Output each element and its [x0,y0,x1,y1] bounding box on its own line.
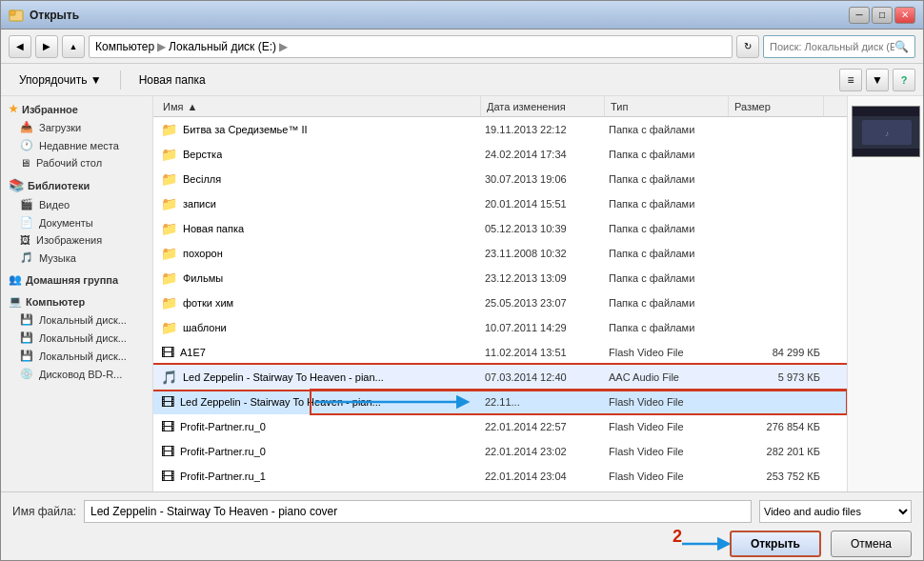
file-date-cell: 19.11.2013 22:12 [481,124,605,135]
file-type-cell: Flash Video File [605,471,729,482]
sidebar-homegroup-header[interactable]: 👥 Домашняя группа [1,270,152,289]
column-header-date[interactable]: Дата изменения [481,96,605,116]
search-box[interactable]: 🔍 [763,35,915,58]
table-row[interactable]: 📁 похорон 23.11.2008 10:32 Папка с файла… [153,241,847,266]
file-date-cell: 20.01.2014 15:51 [481,198,605,210]
sidebar-computer: 💻 Компьютер 💾 Локальный диск... 💾 Локаль… [1,292,152,383]
harddisk-icon3: 💾 [20,350,33,362]
folder-icon: 📁 [161,171,177,187]
sidebar-item-drive-e[interactable]: 💾 Локальный диск... [1,347,152,365]
file-date-cell: 11.02.2014 13:51 [481,347,605,358]
sidebar-item-video[interactable]: 🎬 Видео [1,195,152,213]
sidebar: ★ Избранное 📥 Загрузки 🕐 Недавние места … [1,96,153,491]
sidebar-item-downloads[interactable]: 📥 Загрузки [1,118,152,136]
sidebar-item-desktop[interactable]: 🖥 Рабочий стол [1,154,152,171]
file-type-cell: Папка с файлами [605,223,729,234]
minimize-button[interactable]: ─ [849,7,870,24]
back-button[interactable]: ◀ [9,35,31,58]
new-folder-button[interactable]: Новая папка [129,68,216,92]
file-size-cell: 276 854 КБ [729,421,824,432]
column-header-name[interactable]: Имя ▲ [157,96,481,116]
folder-icon: 📁 [161,270,177,286]
table-row[interactable]: 🎥 Stairs 11.01.2013 13:03 Windows Media … [153,489,847,491]
file-type-cell: Папка с файлами [605,248,729,259]
column-header-type[interactable]: Тип [605,96,729,116]
table-row[interactable]: 📁 фотки хим 25.05.2013 23:07 Папка с фай… [153,291,847,315]
sidebar-item-drive-d[interactable]: 💾 Локальный диск... [1,329,152,347]
folder-icon: 📁 [161,221,177,236]
sidebar-item-music[interactable]: 🎵 Музыка [1,249,152,267]
file-name-cell: 🎞 A1E7 [157,345,481,360]
file-type-cell: Папка с файлами [605,272,729,284]
table-row[interactable]: 🎞 A1E7 11.02.2014 13:51 Flash Video File… [153,340,847,365]
file-date-cell: 07.03.2014 12:40 [481,371,605,383]
sidebar-item-recent[interactable]: 🕐 Недавние места [1,136,152,154]
table-row[interactable]: 📁 шаблони 10.07.2011 14:29 Папка с файла… [153,315,847,340]
file-date-cell: 24.02.2014 17:34 [481,149,605,160]
forward-button[interactable]: ▶ [35,35,58,58]
file-type-cell: Flash Video File [605,396,729,408]
search-input[interactable] [770,41,894,52]
right-panel: ♪ [847,96,923,491]
filename-input[interactable] [84,500,752,523]
sidebar-favorites-header[interactable]: ★ Избранное [1,100,152,118]
images-icon: 🖼 [20,234,30,246]
file-type-cell: Папка с файлами [605,297,729,309]
column-header-size[interactable]: Размер [729,96,824,116]
open-button[interactable]: Открыть [730,531,821,557]
view-details-button[interactable]: ≡ [839,69,862,91]
table-row[interactable]: 📁 Весілля 30.07.2013 19:06 Папка с файла… [153,167,847,191]
table-row[interactable]: 🎞 Profit-Partner.ru_1 22.01.2014 23:04 F… [153,464,847,489]
table-row[interactable]: 📁 Фильмы 23.12.2013 13:09 Папка с файлам… [153,266,847,291]
breadcrumb[interactable]: Компьютер ▶ Локальный диск (E:) ▶ [89,35,733,58]
thumbnail: ♪ [852,106,920,157]
filetype-select[interactable]: Video and audio files [759,500,912,523]
refresh-button[interactable]: ↻ [736,35,759,58]
close-button[interactable]: ✕ [894,7,915,24]
sidebar-item-documents[interactable]: 📄 Документы [1,213,152,231]
sort-arrow-icon: ▲ [187,101,197,112]
folder-icon: 📁 [161,196,177,211]
view-dropdown-button[interactable]: ▼ [866,69,889,91]
file-name: Led Zeppelin - Stairway To Heaven - pian… [180,396,381,408]
breadcrumb-computer[interactable]: Компьютер [95,40,154,53]
breadcrumb-drive[interactable]: Локальный диск (E:) [169,40,276,53]
music-icon: 🎵 [20,251,33,264]
up-button[interactable]: ▲ [62,35,85,58]
help-button[interactable]: ? [893,69,915,91]
toolbar-right: ≡ ▼ ? [839,69,915,91]
table-row[interactable]: 🎞 Profit-Partner.ru_0 22.01.2014 22:57 F… [153,414,847,439]
maximize-button[interactable]: □ [872,7,893,24]
sidebar-item-bd[interactable]: 💿 Дисковод BD-R... [1,365,152,383]
titlebar: Открыть ─ □ ✕ [1,1,923,30]
table-row[interactable]: 🎵 Led Zeppelin - Stairway To Heaven - pi… [153,365,847,390]
bottombar: Имя файла: Video and audio files 2 [1,491,923,560]
sidebar-item-drive-c[interactable]: 💾 Локальный диск... [1,311,152,329]
file-date-cell: 23.11.2008 10:32 [481,248,605,259]
table-row[interactable]: 🎞 Profit-Partner.ru_0 22.01.2014 23:02 F… [153,439,847,464]
file-name-cell: 📁 фотки хим [157,295,481,311]
file-icon: 🎞 [161,469,174,484]
table-row[interactable]: 📁 Верстка 24.02.2014 17:34 Папка с файла… [153,142,847,167]
btn-area: 2 Открыть Отмена [730,531,912,557]
sidebar-item-images[interactable]: 🖼 Изображения [1,231,152,249]
toolbar: Упорядочить ▼ Новая папка ≡ ▼ ? [1,64,923,96]
file-type-cell: Папка с файлами [605,198,729,210]
harddisk-icon: 💾 [20,313,33,326]
table-row[interactable]: 📁 записи 20.01.2014 15:51 Папка с файлам… [153,191,847,216]
table-row[interactable]: 🎞 Led Zeppelin - Stairway To Heaven - pi… [153,390,847,414]
file-size-cell: 84 299 КБ [729,347,824,358]
table-row[interactable]: 📁 Битва за Средиземье™ II 19.11.2013 22:… [153,117,847,142]
filelist: 📁 Битва за Средиземье™ II 19.11.2013 22:… [153,117,847,491]
badge2: 2 [673,527,682,547]
sidebar-computer-header[interactable]: 💻 Компьютер [1,292,152,311]
cancel-button[interactable]: Отмена [831,531,912,557]
sidebar-libraries-header[interactable]: 📚 Библиотеки [1,175,152,195]
organize-button[interactable]: Упорядочить ▼ [9,68,112,92]
file-name: Led Zeppelin - Stairway To Heaven - pian… [183,371,384,383]
downloads-icon: 📥 [20,121,33,133]
table-row[interactable]: 📁 Новая папка 05.12.2013 10:39 Папка с ф… [153,216,847,241]
sidebar-favorites: ★ Избранное 📥 Загрузки 🕐 Недавние места … [1,100,152,171]
file-name: Весілля [183,173,221,185]
window-title: Открыть [30,9,849,22]
